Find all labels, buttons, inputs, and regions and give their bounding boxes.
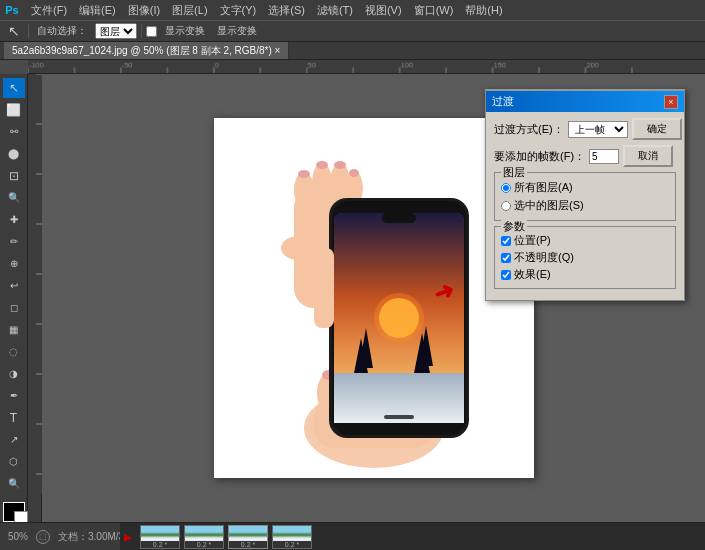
film-thumb-label-4: 0.2 *	[285, 541, 299, 548]
tool-blur[interactable]: ◌	[3, 342, 25, 362]
svg-point-22	[349, 169, 359, 177]
foreground-color[interactable]	[3, 502, 25, 522]
params-section: 参数 位置(P) 不透明度(Q) 效果(E)	[494, 226, 676, 289]
filter-dialog[interactable]: 过渡 × 过渡方式(E)： 上一帧 第一帧与最后一帧 确定 要添加的帧数(F)：	[485, 89, 685, 301]
svg-point-20	[316, 161, 328, 169]
all-layers-radio[interactable]	[501, 183, 511, 193]
menu-help[interactable]: 帮助(H)	[460, 2, 507, 19]
all-layers-row: 所有图层(A)	[501, 180, 669, 195]
main-area: ↖ ⬜ ⚯ ⬤ ⊡ 🔍 ✚ ✏ ⊕ ↩ ◻ ▦ ◌ ◑ ✒ T ↗ ⬡ 🔍	[0, 74, 705, 522]
position-checkbox[interactable]	[501, 236, 511, 246]
zoom-icon[interactable]: ⬚	[36, 530, 50, 544]
tool-marquee[interactable]: ⬜	[3, 100, 25, 120]
menu-view[interactable]: 视图(V)	[360, 2, 407, 19]
dialog-close-button[interactable]: ×	[664, 95, 678, 109]
menu-layer[interactable]: 图层(L)	[167, 2, 212, 19]
tool-pen[interactable]: ✒	[3, 386, 25, 406]
menubar: Ps 文件(F) 编辑(E) 图像(I) 图层(L) 文字(Y) 选择(S) 滤…	[0, 0, 705, 20]
dialog-title: 过渡	[492, 94, 514, 109]
svg-point-21	[334, 161, 346, 169]
ruler-horizontal	[28, 60, 705, 74]
position-label: 位置(P)	[514, 233, 551, 248]
filter-mode-label: 过渡方式(E)：	[494, 122, 564, 137]
svg-point-19	[298, 170, 310, 178]
left-toolbar: ↖ ⬜ ⚯ ⬤ ⊡ 🔍 ✚ ✏ ⊕ ↩ ◻ ▦ ◌ ◑ ✒ T ↗ ⬡ 🔍	[0, 74, 28, 522]
separator-1	[28, 24, 29, 38]
selected-layers-row: 选中的图层(S)	[501, 198, 669, 213]
tool-gradient[interactable]: ▦	[3, 320, 25, 340]
tabbar: 5a2a6b39c9a67_1024.jpg @ 50% (图层 8 副本 2,…	[0, 42, 705, 60]
menu-image[interactable]: 图像(I)	[123, 2, 165, 19]
tool-eyedropper[interactable]: 🔍	[3, 188, 25, 208]
menu-filter[interactable]: 滤镜(T)	[312, 2, 358, 19]
frames-count-row: 要添加的帧数(F)： 取消	[494, 145, 676, 167]
separator-2	[141, 24, 142, 38]
dialog-titlebar: 过渡 ×	[486, 91, 684, 112]
menu-edit[interactable]: 编辑(E)	[74, 2, 121, 19]
tool-zoom[interactable]: 🔍	[3, 474, 25, 494]
tool-lasso[interactable]: ⚯	[3, 122, 25, 142]
tool-eraser[interactable]: ◻	[3, 298, 25, 318]
zoom-level: 50%	[8, 531, 28, 542]
film-thumb-img-3	[229, 526, 267, 541]
ruler-h-canvas	[28, 60, 657, 73]
filmstrip-arrow[interactable]: ▸	[124, 527, 132, 546]
film-thumb-img-2	[185, 526, 223, 541]
position-row: 位置(P)	[501, 233, 669, 248]
auto-select-label: 自动选择：	[33, 23, 91, 39]
opacity-checkbox[interactable]	[501, 253, 511, 263]
frames-input[interactable]	[589, 149, 619, 164]
tool-clone[interactable]: ⊕	[3, 254, 25, 274]
menu-select[interactable]: 选择(S)	[263, 2, 310, 19]
canvas-area: ➜ 过渡 × 过渡方式(E)： 上一帧 第一帧与最后一帧 确定	[28, 74, 705, 522]
tool-quick-select[interactable]: ⬤	[3, 144, 25, 164]
auto-select-dropdown[interactable]: 图层 编组	[95, 23, 137, 39]
tab-document[interactable]: 5a2a6b39c9a67_1024.jpg @ 50% (图层 8 副本 2,…	[4, 42, 289, 59]
svg-rect-36	[314, 248, 334, 328]
tool-heal[interactable]: ✚	[3, 210, 25, 230]
effects-checkbox[interactable]	[501, 270, 511, 280]
opacity-row: 不透明度(Q)	[501, 250, 669, 265]
tab-label: 5a2a6b39c9a67_1024.jpg @ 50% (图层 8 副本 2,…	[12, 44, 280, 58]
ruler-vertical	[28, 74, 42, 522]
ruler-v-canvas	[28, 74, 42, 494]
show-transform-label: 显示变换	[161, 23, 209, 39]
film-thumb-label-1: 0.2 *	[153, 541, 167, 548]
filter-mode-row: 过渡方式(E)： 上一帧 第一帧与最后一帧 确定	[494, 118, 676, 140]
app-logo: Ps	[4, 2, 20, 18]
params-section-title: 参数	[501, 219, 527, 234]
svg-rect-35	[384, 415, 414, 419]
filmstrip: ▸ 0.2 * 0.2 * 0.2 * 0.2 *	[120, 523, 705, 550]
tool-brush[interactable]: ✏	[3, 232, 25, 252]
tool-move[interactable]: ↖	[3, 78, 25, 98]
menu-file[interactable]: 文件(F)	[26, 2, 72, 19]
svg-point-28	[374, 293, 424, 343]
tool-crop[interactable]: ⊡	[3, 166, 25, 186]
tool-dodge[interactable]: ◑	[3, 364, 25, 384]
layers-section-title: 图层	[501, 165, 527, 180]
ok-button[interactable]: 确定	[632, 118, 682, 140]
tool-path-select[interactable]: ↗	[3, 430, 25, 450]
tool-shape[interactable]: ⬡	[3, 452, 25, 472]
menu-text[interactable]: 文字(Y)	[215, 2, 262, 19]
menu-window[interactable]: 窗口(W)	[409, 2, 459, 19]
tool-history-brush[interactable]: ↩	[3, 276, 25, 296]
film-thumb-label-2: 0.2 *	[197, 541, 211, 548]
tool-text[interactable]: T	[3, 408, 25, 428]
svg-point-14	[281, 236, 317, 260]
cancel-button[interactable]: 取消	[623, 145, 673, 167]
selected-layers-radio[interactable]	[501, 201, 511, 211]
film-thumb-label-3: 0.2 *	[241, 541, 255, 548]
film-thumb-img-4	[273, 526, 311, 541]
all-layers-label: 所有图层(A)	[514, 180, 573, 195]
svg-rect-34	[382, 213, 416, 223]
dialog-body: 过渡方式(E)： 上一帧 第一帧与最后一帧 确定 要添加的帧数(F)： 取消 图…	[486, 112, 684, 300]
filter-mode-select[interactable]: 上一帧 第一帧与最后一帧	[568, 121, 628, 138]
film-thumb-4[interactable]: 0.2 *	[272, 525, 312, 549]
show-transform-checkbox[interactable]	[146, 26, 157, 37]
film-thumb-1[interactable]: 0.2 *	[140, 525, 180, 549]
film-thumb-3[interactable]: 0.2 *	[228, 525, 268, 549]
effects-label: 效果(E)	[514, 267, 551, 282]
options-toolbar: ↖ 自动选择： 图层 编组 显示变换 显示变换	[0, 20, 705, 42]
film-thumb-2[interactable]: 0.2 *	[184, 525, 224, 549]
